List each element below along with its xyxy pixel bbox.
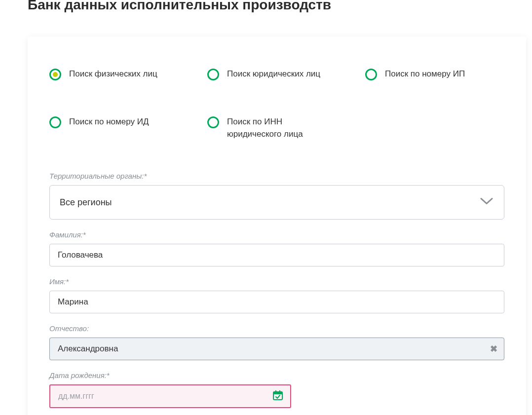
clear-icon[interactable]: ✖ <box>490 343 497 354</box>
radio-physical-persons[interactable]: Поиск физических лиц <box>49 68 207 80</box>
firstname-group: Имя:* <box>49 277 504 313</box>
firstname-input[interactable] <box>49 291 504 313</box>
search-form-card: Поиск физических лиц Поиск юридических л… <box>28 37 526 415</box>
radio-icon <box>207 69 219 80</box>
calendar-icon[interactable] <box>272 390 283 403</box>
firstname-label: Имя:* <box>49 277 504 286</box>
radio-ip-number[interactable]: Поиск по номеру ИП <box>365 68 503 80</box>
radio-label: Поиск по ИНН юридического лица <box>227 116 336 140</box>
region-select[interactable]: Все регионы <box>49 185 504 220</box>
patronymic-label: Отчество: <box>49 324 504 333</box>
radio-label: Поиск по номеру ИП <box>385 68 465 80</box>
radio-icon <box>49 69 61 80</box>
radio-id-number[interactable]: Поиск по номеру ИД <box>49 116 207 140</box>
radio-icon <box>207 116 219 128</box>
chevron-down-icon <box>480 197 493 208</box>
birthdate-label: Дата рождения:* <box>49 371 504 379</box>
radio-label: Поиск физических лиц <box>69 68 157 80</box>
radio-label: Поиск по номеру ИД <box>69 116 149 128</box>
page-title: Банк данных исполнительных производств <box>0 0 532 13</box>
radio-label: Поиск юридических лиц <box>227 68 320 80</box>
patronymic-group: Отчество: ✖ <box>49 324 504 360</box>
svg-rect-1 <box>273 392 282 394</box>
lastname-group: Фамилия:* <box>49 230 504 266</box>
region-group: Территориальные органы:* Все регионы <box>49 172 504 220</box>
patronymic-input[interactable] <box>49 338 504 360</box>
radio-legal-entities[interactable]: Поиск юридических лиц <box>207 68 365 80</box>
lastname-input[interactable] <box>49 244 504 266</box>
svg-rect-3 <box>279 390 280 393</box>
region-label: Территориальные органы:* <box>49 172 504 180</box>
region-value: Все регионы <box>60 197 112 208</box>
svg-rect-2 <box>275 390 276 393</box>
search-type-radios: Поиск физических лиц Поиск юридических л… <box>49 68 504 140</box>
lastname-label: Фамилия:* <box>49 230 504 239</box>
radio-icon <box>49 116 61 128</box>
radio-icon <box>365 69 377 80</box>
radio-inn-legal[interactable]: Поиск по ИНН юридического лица <box>207 116 365 140</box>
birthdate-group: Дата рождения:* <box>49 371 504 408</box>
birthdate-input[interactable] <box>49 384 291 408</box>
